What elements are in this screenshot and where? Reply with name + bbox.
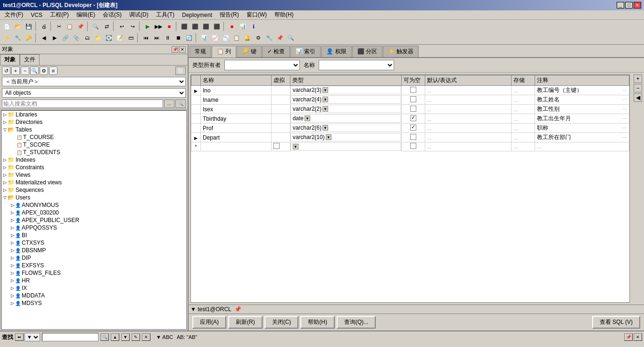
search-up-btn[interactable]: ▲: [111, 333, 119, 341]
tb-run[interactable]: ▶: [142, 21, 153, 32]
tree-item[interactable]: ▷👤APPQOSSYS: [1, 224, 186, 231]
panel-pin-btn[interactable]: 📌: [172, 46, 178, 53]
tb-replace[interactable]: ⇄: [101, 21, 112, 32]
tree-item[interactable]: ▷👤FLOWS_FILES: [1, 269, 186, 277]
col-type[interactable]: varchar2(2)▼: [290, 105, 401, 113]
menu-edit[interactable]: 编辑(E): [74, 10, 98, 19]
tb-b4[interactable]: ⬛: [212, 21, 222, 32]
tree-item[interactable]: ▷👤APEX_PUBLIC_USER: [1, 216, 186, 224]
search-panel-close-btn[interactable]: ✕: [634, 333, 642, 341]
table-row[interactable]: Tbirthdaydate▼✓……教工出生年月 …: [191, 114, 629, 124]
tab-trigger[interactable]: ⚡ 触发器: [383, 46, 419, 57]
data-table-container[interactable]: 名称 虚拟 类型 可为空 默认/表达式 存储 注释 ▶Inovarchar2(3…: [190, 74, 630, 303]
tb-copy[interactable]: 📋: [65, 21, 75, 32]
minimize-button[interactable]: _: [617, 2, 624, 8]
tb-cut[interactable]: ✂: [54, 21, 64, 32]
search-input[interactable]: [2, 99, 163, 108]
tb-e5[interactable]: 🗂: [82, 33, 92, 43]
table-row[interactable]: Inamevarchar2(4)▼……教工姓名 …: [191, 95, 629, 105]
close-button[interactable]: ✕: [634, 2, 641, 8]
tab-objects[interactable]: 对象: [0, 54, 20, 65]
name-select[interactable]: [319, 60, 394, 70]
type-dropdown[interactable]: ▼: [322, 106, 328, 112]
col-type[interactable]: date▼: [290, 114, 401, 123]
tree-item[interactable]: 📋T_COURSE: [1, 133, 186, 141]
tb-d1[interactable]: ⚡: [2, 33, 12, 43]
type-dropdown[interactable]: ▼: [322, 97, 328, 102]
tb-e4[interactable]: 📎: [71, 33, 82, 43]
tree-item[interactable]: ▷👤MDSYS: [1, 299, 186, 307]
tb-e6[interactable]: 📁: [93, 33, 103, 43]
panel-close-btn[interactable]: ✕: [179, 46, 186, 53]
help-btn[interactable]: 帮助(H): [300, 316, 335, 329]
tb-undo[interactable]: ↩: [116, 21, 127, 32]
remove-row-btn[interactable]: −: [634, 84, 642, 92]
tree-item[interactable]: ▷👤BI: [1, 231, 186, 239]
tb-e3[interactable]: 🔗: [60, 33, 71, 43]
search-panel-pin-btn[interactable]: 📌: [624, 333, 633, 341]
col-type[interactable]: varchar2(4)▼: [290, 95, 401, 104]
menu-window[interactable]: 窗口(W): [244, 10, 270, 19]
tree-item[interactable]: ▷📁Sequences: [1, 186, 186, 194]
tree-item[interactable]: ▷👤DIP: [1, 254, 186, 262]
tree-item[interactable]: ▷👤ANONYMOUS: [1, 201, 186, 209]
col-type[interactable]: varchar2(3)▼: [290, 86, 401, 94]
col-nullable[interactable]: [401, 105, 425, 114]
search-btn[interactable]: …: [164, 99, 174, 108]
search-panel-input[interactable]: [42, 333, 99, 341]
tree-item[interactable]: ▷📁Indexes: [1, 156, 186, 164]
tb-save[interactable]: 💾: [24, 21, 34, 32]
col-type[interactable]: ▼: [290, 142, 401, 151]
tb-open[interactable]: 📂: [13, 21, 23, 32]
col-nullable[interactable]: [401, 133, 425, 142]
tb-paste[interactable]: 📌: [75, 21, 86, 32]
search-close-btn[interactable]: ✕: [142, 333, 150, 341]
menu-debug[interactable]: 调试(D): [126, 10, 151, 19]
tb-f4[interactable]: ⏹: [173, 33, 183, 43]
tb-g6[interactable]: ⚙: [253, 33, 264, 43]
tb-b2[interactable]: ⬛: [190, 21, 200, 32]
tab-normal[interactable]: 常规: [190, 46, 211, 57]
menu-vcs[interactable]: VCS: [28, 11, 45, 19]
table-row[interactable]: *▼………: [191, 142, 629, 151]
tb-e8[interactable]: 📝: [115, 33, 125, 43]
tree-item[interactable]: ▷📁Views: [1, 171, 186, 179]
col-comment[interactable]: …: [535, 142, 629, 151]
tree-item[interactable]: ▷📁Libraries: [1, 111, 186, 118]
type-dropdown[interactable]: ▼: [326, 134, 331, 140]
type-dropdown[interactable]: ▼: [322, 87, 328, 93]
type-dropdown[interactable]: ▼: [305, 116, 310, 121]
search-type-select[interactable]: ▼: [25, 333, 40, 341]
col-name[interactable]: Ino: [201, 86, 272, 95]
col-comment[interactable]: 教工所在部门 …: [535, 133, 629, 142]
col-nullable[interactable]: ✓: [401, 124, 425, 133]
tree-item[interactable]: ▷👤APEX_030200: [1, 209, 186, 216]
refresh-btn[interactable]: 刷新(R): [228, 316, 263, 329]
tb-g7[interactable]: 🔧: [264, 33, 274, 43]
col-nullable[interactable]: [401, 95, 425, 105]
tb-print[interactable]: 🖨: [39, 21, 49, 32]
tab-columns[interactable]: 📋 列: [212, 46, 236, 58]
col-name[interactable]: [201, 142, 272, 151]
tb-search[interactable]: 🔍: [91, 21, 101, 32]
settings-icon[interactable]: ⚙: [40, 66, 48, 75]
filter-btn[interactable]: 🔍: [175, 99, 186, 108]
tb-g8[interactable]: 📌: [275, 33, 285, 43]
close-btn[interactable]: 关闭(C): [264, 316, 299, 329]
menu-icon[interactable]: ≡: [49, 66, 58, 75]
add-row-btn[interactable]: +: [634, 74, 642, 83]
tb-new[interactable]: 📄: [2, 21, 12, 32]
move-row-btn[interactable]: ◀: [634, 93, 642, 102]
col-nullable[interactable]: ✓: [401, 114, 425, 124]
col-comment[interactable]: 教工姓名 …: [535, 95, 629, 105]
tb-b3[interactable]: ⬛: [201, 21, 211, 32]
tree-item[interactable]: 📋T_STUDENTS: [1, 149, 186, 156]
col-comment[interactable]: 教工性别 …: [535, 105, 629, 114]
tb-d2[interactable]: 🔧: [13, 33, 23, 43]
tb-redo[interactable]: ↪: [127, 21, 138, 32]
tree-item[interactable]: ▷👤MDDATA: [1, 292, 186, 299]
tree-container[interactable]: ▷📁Libraries▷📁Directories▽📂Tables📋T_COURS…: [1, 110, 187, 330]
tb-g3[interactable]: 📉: [221, 33, 231, 43]
tree-item[interactable]: ▽📂Tables: [1, 126, 186, 133]
user-dropdown[interactable]: ＜当前用户＞: [2, 77, 186, 86]
